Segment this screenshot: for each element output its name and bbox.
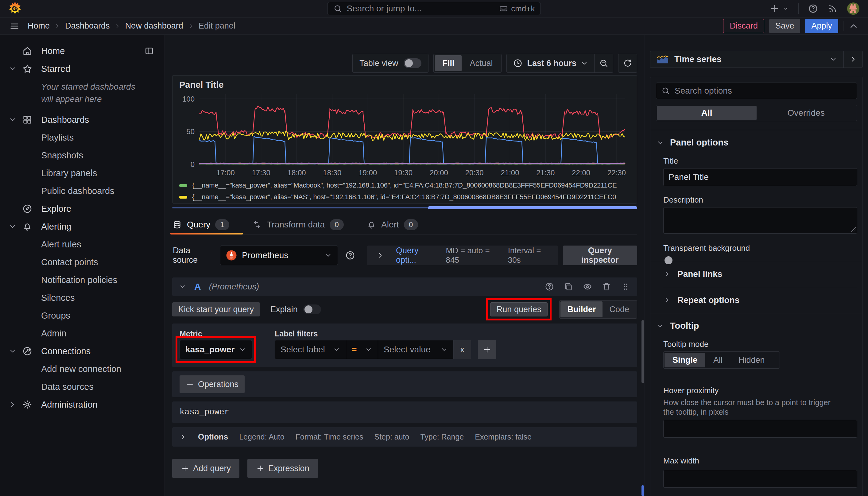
legend-label[interactable]: {__name__="kasa_power", alias="NAS", hos… (192, 193, 616, 201)
sidebar-item-contact-points[interactable]: Contact points (0, 253, 165, 271)
refresh-button[interactable] (618, 54, 637, 73)
add-menu-button[interactable] (770, 3, 789, 14)
tooltip-all-option[interactable]: All (705, 353, 730, 367)
panel-options-section[interactable]: Panel options (650, 130, 863, 155)
sidebar-item-starred[interactable]: Starred (0, 60, 165, 78)
tooltip-hidden-option[interactable]: Hidden (730, 353, 773, 367)
global-search[interactable]: cmd+k (327, 2, 541, 15)
repeat-options-section[interactable]: Repeat options (650, 287, 863, 313)
main-scrollbar-end[interactable] (641, 485, 644, 496)
remove-filter-button[interactable]: x (453, 340, 471, 359)
grafana-logo-icon[interactable] (9, 2, 21, 16)
add-query-button[interactable]: Add query (172, 459, 239, 478)
sidebar-item-public-dashboards[interactable]: Public dashboards (0, 182, 165, 200)
legend-label[interactable]: {__name__="kasa_power", alias="Macbook",… (192, 181, 617, 189)
code-option[interactable]: Code (603, 301, 636, 317)
query-options-link[interactable]: Query opti... (396, 246, 434, 265)
panel-title-input[interactable] (663, 168, 857, 186)
builder-option[interactable]: Builder (560, 301, 603, 317)
chevron-down-icon[interactable] (179, 283, 186, 290)
sidebar-item-silences[interactable]: Silences (0, 289, 165, 307)
drag-handle-icon[interactable] (621, 282, 631, 292)
main-scrollbar-thumb[interactable] (641, 320, 644, 383)
discard-button[interactable]: Discard (723, 19, 764, 33)
chevron-down-icon[interactable] (9, 347, 22, 355)
sidebar-item-dashboards[interactable]: Dashboards (0, 111, 165, 129)
datasource-help-button[interactable] (343, 247, 358, 264)
sidebar-item-snapshots[interactable]: Snapshots (0, 146, 165, 164)
global-search-input[interactable] (347, 4, 495, 14)
query-inspector-button[interactable]: Query inspector (563, 246, 637, 265)
run-queries-button[interactable]: Run queries (490, 302, 548, 316)
tab-query[interactable]: Query 1 (172, 215, 229, 234)
chevron-down-icon[interactable] (9, 222, 22, 231)
sidebar-item-add-new-connection[interactable]: Add new connection (0, 360, 165, 378)
query-ref-id[interactable]: A (194, 281, 201, 292)
user-avatar[interactable] (847, 2, 859, 15)
breadcrumb-home[interactable]: Home (28, 21, 50, 31)
add-filter-button[interactable] (478, 340, 496, 359)
breadcrumb-new-dashboard[interactable]: New dashboard (125, 21, 183, 31)
chevron-right-icon[interactable] (9, 401, 22, 408)
query-row-header[interactable]: A (Prometheus) (172, 277, 637, 296)
duplicate-query-icon[interactable] (563, 282, 573, 292)
tooltip-section[interactable]: Tooltip (650, 313, 863, 338)
hover-proximity-input[interactable] (663, 420, 857, 438)
query-help-icon[interactable] (544, 282, 554, 292)
fill-option[interactable]: Fill (435, 55, 462, 71)
options-search-input[interactable] (675, 86, 852, 96)
chevron-right-icon[interactable] (376, 251, 384, 259)
time-range-picker[interactable]: Last 6 hours (507, 54, 594, 73)
legend-swatch-macbook[interactable] (179, 184, 187, 187)
visualization-picker[interactable]: Time series (650, 51, 863, 68)
legend-scrollbar-thumb[interactable] (428, 206, 637, 209)
max-width-input[interactable] (663, 470, 857, 488)
timeseries-chart[interactable]: 05010017:0017:3018:0018:3019:0019:3020:0… (179, 90, 631, 179)
description-textarea[interactable] (663, 207, 857, 234)
chevron-down-icon[interactable] (9, 65, 22, 73)
panel-links-section[interactable]: Panel links (650, 261, 863, 287)
sidebar-item-home[interactable]: Home (0, 42, 165, 60)
sidebar-item-groups[interactable]: Groups (0, 307, 165, 324)
apply-button[interactable]: Apply (805, 19, 838, 33)
save-button[interactable]: Save (769, 19, 801, 33)
explain-toggle[interactable] (303, 305, 321, 314)
sidebar-item-connections[interactable]: Connections (0, 342, 165, 360)
zoom-out-button[interactable] (594, 54, 613, 73)
sidebar-item-playlists[interactable]: Playlists (0, 129, 165, 146)
news-icon[interactable] (827, 3, 838, 14)
sidebar-item-alert-rules[interactable]: Alert rules (0, 235, 165, 253)
sidebar-item-alerting[interactable]: Alerting (0, 218, 165, 235)
sidebar-item-administration[interactable]: Administration (0, 396, 165, 414)
kick-start-query-button[interactable]: Kick start your query (172, 302, 260, 316)
sidebar-item-explore[interactable]: Explore (0, 200, 165, 218)
actual-option[interactable]: Actual (462, 55, 500, 71)
select-label-dropdown[interactable]: Select label (275, 340, 346, 359)
sidebar-item-data-sources[interactable]: Data sources (0, 378, 165, 396)
expand-viz-list-button[interactable] (843, 51, 863, 67)
select-value-dropdown[interactable]: Select value (378, 340, 453, 359)
tooltip-single-option[interactable]: Single (665, 353, 705, 367)
query-options-summary[interactable]: Options Legend: Auto Format: Time series… (172, 427, 637, 447)
dock-sidebar-icon[interactable] (144, 46, 154, 56)
sidebar-item-library-panels[interactable]: Library panels (0, 164, 165, 182)
add-expression-button[interactable]: Expression (247, 459, 318, 478)
chevron-down-icon[interactable] (9, 116, 22, 124)
menu-icon[interactable] (9, 21, 20, 31)
sidebar-item-notification-policies[interactable]: Notification policies (0, 271, 165, 289)
overrides-option[interactable]: Overrides (757, 106, 856, 120)
resize-grip[interactable] (851, 227, 856, 232)
metric-select[interactable]: kasa_power (180, 340, 252, 359)
all-option[interactable]: All (657, 106, 757, 120)
breadcrumb-dashboards[interactable]: Dashboards (65, 21, 110, 31)
table-view-toggle[interactable] (404, 58, 421, 68)
help-icon[interactable] (808, 3, 818, 14)
options-search[interactable] (656, 82, 857, 99)
collapse-options-icon[interactable] (848, 21, 859, 31)
legend-swatch-nas[interactable] (179, 196, 187, 199)
tab-alert[interactable]: Alert 0 (367, 215, 418, 234)
add-operation-button[interactable]: Operations (180, 375, 245, 393)
operator-dropdown[interactable]: = (346, 340, 378, 359)
tab-transform-data[interactable]: Transform data 0 (252, 215, 344, 234)
sidebar-item-admin[interactable]: Admin (0, 324, 165, 342)
